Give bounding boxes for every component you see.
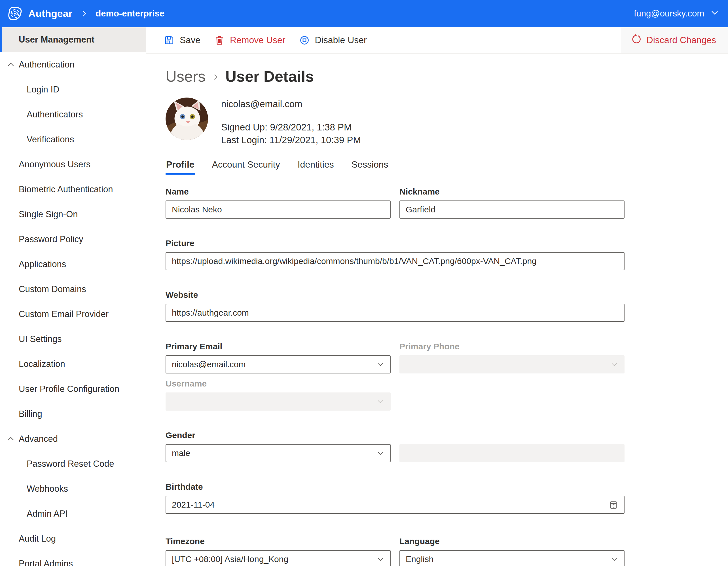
avatar bbox=[166, 98, 208, 140]
sidebar-item-ui-settings[interactable]: UI Settings bbox=[0, 327, 146, 352]
authgear-logo-icon[interactable] bbox=[7, 5, 23, 22]
remove-user-label: Remove User bbox=[230, 35, 285, 45]
sidebar-item-biometric-authentication[interactable]: Biometric Authentication bbox=[0, 177, 146, 202]
sidebar-item-user-management[interactable]: User Management bbox=[0, 27, 146, 52]
account-email: fung@oursky.com bbox=[634, 9, 704, 19]
gender-custom-input bbox=[399, 444, 625, 462]
profile-form: Name Nicolas Neko Nickname Garfield Pict… bbox=[166, 186, 625, 566]
sidebar-item-label: Verifications bbox=[27, 134, 74, 145]
remove-user-button[interactable]: Remove User bbox=[214, 35, 285, 46]
sidebar-item-verifications[interactable]: Verifications bbox=[0, 127, 146, 152]
birthdate-field: Birthdate 2021-11-04 bbox=[166, 481, 625, 514]
website-input[interactable]: https://authgear.com bbox=[166, 304, 625, 322]
discard-changes-button[interactable]: Discard Changes bbox=[621, 27, 728, 53]
sidebar-item-label: UI Settings bbox=[19, 334, 62, 344]
username-field: Username bbox=[166, 378, 391, 411]
sidebar-item-custom-domains[interactable]: Custom Domains bbox=[0, 277, 146, 302]
sidebar-item-single-sign-on[interactable]: Single Sign-On bbox=[0, 202, 146, 227]
name-input[interactable]: Nicolas Neko bbox=[166, 200, 391, 219]
sidebar-item-label: Applications bbox=[19, 259, 66, 269]
sidebar-item-label: Biometric Authentication bbox=[19, 184, 113, 195]
sidebar-item-portal-admins[interactable]: Portal Admins bbox=[0, 551, 146, 566]
calendar-icon[interactable] bbox=[609, 500, 618, 510]
tab-account-security[interactable]: Account Security bbox=[211, 158, 281, 175]
picture-field: Picture https://upload.wikimedia.org/wik… bbox=[166, 238, 625, 270]
chevron-down-icon bbox=[710, 8, 719, 20]
brand-area: Authgear demo-enterprise bbox=[7, 5, 164, 22]
disable-user-label: Disable User bbox=[315, 35, 367, 45]
sidebar-item-admin-api[interactable]: Admin API bbox=[0, 501, 146, 526]
project-breadcrumb[interactable]: demo-enterprise bbox=[96, 9, 164, 19]
primary-phone-dropdown bbox=[399, 355, 625, 373]
user-meta: nicolas@email.com Signed Up: 9/28/2021, … bbox=[221, 98, 361, 146]
primary-email-value: nicolas@email.com bbox=[172, 360, 246, 369]
sidebar-item-authenticators[interactable]: Authenticators bbox=[0, 102, 146, 127]
sidebar-item-password-reset-code[interactable]: Password Reset Code bbox=[0, 451, 146, 476]
chevron-right-icon bbox=[212, 73, 219, 81]
tab-profile[interactable]: Profile bbox=[166, 158, 195, 175]
sidebar-item-label: Password Reset Code bbox=[27, 459, 114, 469]
sidebar-item-custom-email-provider[interactable]: Custom Email Provider bbox=[0, 302, 146, 327]
language-dropdown[interactable]: English bbox=[399, 550, 625, 566]
picture-label: Picture bbox=[166, 238, 625, 249]
primary-email-label: Primary Email bbox=[166, 341, 391, 352]
content-area: Users User Details bbox=[146, 54, 728, 566]
birthdate-input[interactable]: 2021-11-04 bbox=[166, 496, 625, 514]
save-button[interactable]: Save bbox=[164, 35, 200, 46]
tab-sessions[interactable]: Sessions bbox=[351, 158, 389, 175]
sidebar-nav: User Management Authentication Login ID … bbox=[0, 27, 146, 566]
sidebar-item-advanced[interactable]: Advanced bbox=[0, 426, 146, 451]
sidebar-item-anonymous-users[interactable]: Anonymous Users bbox=[0, 152, 146, 177]
breadcrumb: Users User Details bbox=[166, 67, 728, 85]
user-last-login: Last Login: 11/29/2021, 10:39 PM bbox=[221, 134, 361, 146]
sidebar-item-applications[interactable]: Applications bbox=[0, 252, 146, 277]
sidebar-item-login-id[interactable]: Login ID bbox=[0, 77, 146, 102]
account-menu[interactable]: fung@oursky.com bbox=[634, 8, 719, 20]
username-dropdown bbox=[166, 392, 391, 411]
sidebar-item-label: Authenticators bbox=[27, 109, 83, 120]
primary-email-dropdown[interactable]: nicolas@email.com bbox=[166, 355, 391, 373]
sidebar-item-label: Login ID bbox=[27, 85, 59, 95]
sidebar-item-billing[interactable]: Billing bbox=[0, 402, 146, 426]
undo-arrow-icon bbox=[631, 34, 642, 47]
website-label: Website bbox=[166, 290, 625, 300]
chevron-down-icon bbox=[610, 360, 618, 368]
chevron-right-icon bbox=[80, 9, 88, 18]
username-label: Username bbox=[166, 378, 391, 389]
sidebar-item-label: Portal Admins bbox=[19, 559, 73, 566]
brand-name: Authgear bbox=[28, 8, 72, 19]
trash-icon bbox=[214, 35, 225, 46]
sidebar-item-webhooks[interactable]: Webhooks bbox=[0, 476, 146, 501]
sidebar-item-label: Admin API bbox=[27, 509, 68, 519]
chevron-up-icon bbox=[6, 434, 15, 443]
sidebar-item-label: Billing bbox=[19, 409, 42, 419]
command-bar: Save Remove User Disable User bbox=[146, 27, 728, 54]
app-header: Authgear demo-enterprise fung@oursky.com bbox=[0, 0, 728, 27]
timezone-dropdown[interactable]: [UTC +08:00] Asia/Hong_Kong bbox=[166, 550, 391, 566]
sidebar-item-label: Authentication bbox=[19, 60, 74, 70]
timezone-value: [UTC +08:00] Asia/Hong_Kong bbox=[172, 554, 288, 564]
gender-dropdown[interactable]: male bbox=[166, 444, 391, 462]
primary-phone-label: Primary Phone bbox=[399, 341, 625, 352]
timezone-label: Timezone bbox=[166, 536, 391, 547]
chevron-down-icon bbox=[376, 449, 384, 457]
main-panel: Save Remove User Disable User bbox=[146, 27, 728, 566]
website-field: Website https://authgear.com bbox=[166, 290, 625, 322]
nickname-input[interactable]: Garfield bbox=[399, 200, 625, 219]
sidebar-item-authentication[interactable]: Authentication bbox=[0, 52, 146, 77]
picture-input[interactable]: https://upload.wikimedia.org/wikipedia/c… bbox=[166, 252, 625, 270]
sidebar-item-audit-log[interactable]: Audit Log bbox=[0, 526, 146, 551]
nickname-field: Nickname Garfield bbox=[399, 186, 625, 219]
birthdate-label: Birthdate bbox=[166, 481, 625, 492]
sidebar-item-user-profile-configuration[interactable]: User Profile Configuration bbox=[0, 377, 146, 402]
tab-identities[interactable]: Identities bbox=[297, 158, 335, 175]
sidebar-item-password-policy[interactable]: Password Policy bbox=[0, 227, 146, 252]
circle-stop-icon bbox=[299, 35, 310, 46]
gender-field: Gender male bbox=[166, 430, 391, 462]
sidebar-item-localization[interactable]: Localization bbox=[0, 352, 146, 377]
user-signed-up: Signed Up: 9/28/2021, 1:38 PM bbox=[221, 121, 361, 134]
birthdate-value: 2021-11-04 bbox=[172, 500, 215, 510]
breadcrumb-users-link[interactable]: Users bbox=[166, 67, 206, 85]
disable-user-button[interactable]: Disable User bbox=[299, 35, 367, 46]
language-value: English bbox=[406, 554, 433, 564]
